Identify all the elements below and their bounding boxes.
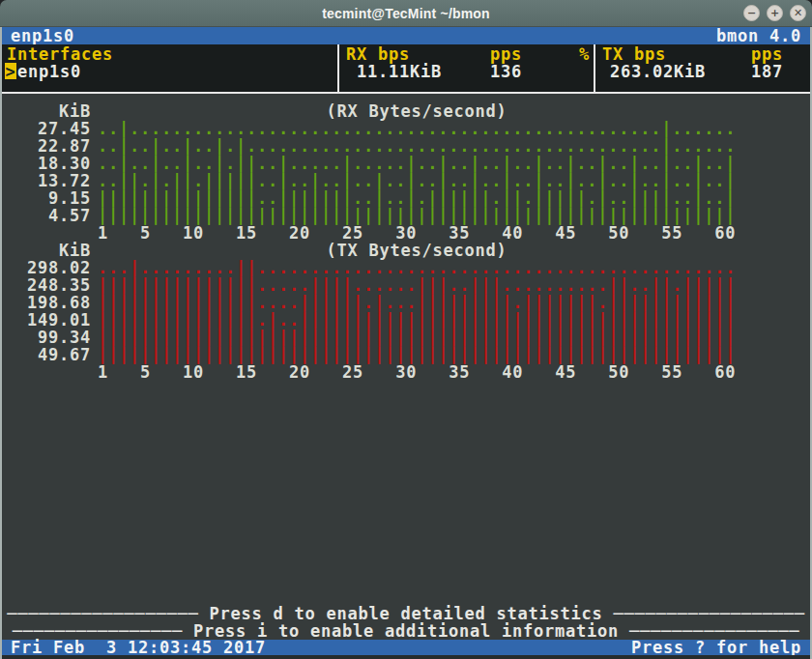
tx-graph-row: 99.34|||||||||||||||||||||||||||||||||||… xyxy=(2,329,736,346)
app-version-label: bmon 4.0 xyxy=(716,27,801,44)
terminal-window: tecmint@TecMint ~/bmon − + ✕ enp1s0 bmon… xyxy=(0,0,812,659)
close-button[interactable]: ✕ xyxy=(790,5,806,21)
window-titlebar[interactable]: tecmint@TecMint ~/bmon − + ✕ xyxy=(0,0,812,27)
rx-graph-cells: ||||||||||||||||||||||||||||||||||||||||… xyxy=(98,207,736,224)
tx-graph-cells: ...|.........||.........................… xyxy=(98,259,736,276)
rx-graph-row: 4.57||||||||||||||||||||||||||||||||||||… xyxy=(2,207,736,224)
x-axis-tick-labels: 1 5 10 15 20 25 30 35 40 45 50 55 60 xyxy=(98,363,736,381)
tx-graph-row: 198.68|||||||||||||||....||||||.|...||||… xyxy=(2,294,736,311)
tx-bps-column-header: TX bps xyxy=(602,45,666,63)
minimize-button[interactable]: − xyxy=(743,5,760,21)
terminal-content: enp1s0 bmon 4.0 Interfaces RX bps pps % … xyxy=(0,27,812,659)
y-axis-tick-label: 198.68 xyxy=(2,294,91,311)
column-divider-left xyxy=(337,44,339,92)
tx-graph-cells: ||||||||||||||||||||||||||||||||||||||||… xyxy=(98,329,736,346)
y-axis-tick-label: 27.45 xyxy=(2,120,91,137)
rx-graph-row: 9.15|||||||||||||||..|||||||..|..|.|||||… xyxy=(2,189,736,207)
y-axis-tick-label: 9.15 xyxy=(2,189,91,207)
hint-detailed-statistics: ────────────────── Press d to enable det… xyxy=(2,605,810,622)
rx-graph-cells: ..|..|..|..|.||..|.....|.....|..|..|..|.… xyxy=(98,155,736,172)
interface-name: enp1s0 xyxy=(17,63,81,80)
rx-graph-row: 13.72..||.|.||.|||||..|..|..|..|..|..|..… xyxy=(2,172,736,189)
tx-bps-value: 263.02KiB xyxy=(610,63,706,80)
tx-graph-row: 49.67|||||||||||||||||||||||||||||||||||… xyxy=(2,346,736,363)
tx-graph-row: 248.35|||||||||||||||.....||||......|||.… xyxy=(2,276,736,294)
table-separator-line xyxy=(2,92,810,94)
rx-graph-header: KiB(RX Bytes/second) xyxy=(2,102,736,120)
tx-pps-column-header: pps xyxy=(751,45,783,63)
rx-graph-row: 22.87..|..|..|..|.|.....................… xyxy=(2,137,736,155)
rx-bps-value: 11.11KiB xyxy=(357,63,442,80)
help-hint: Press ? for help xyxy=(631,640,801,655)
rx-pps-value: 136 xyxy=(490,63,522,80)
tx-graph-row: 298.02...|.........||...................… xyxy=(2,259,736,276)
percent-column-header: % xyxy=(579,45,590,63)
tx-x-axis: 1 5 10 15 20 25 30 35 40 45 50 55 60 xyxy=(2,363,736,381)
rx-bps-column-header: RX bps xyxy=(346,45,410,63)
tx-graph-title: (TX Bytes/second) xyxy=(98,242,736,259)
tx-graph-cells: ||||||||||||||||||||||||||||||||||||||||… xyxy=(98,346,736,363)
rx-graph-cells: |||||||||||||||..|||||||..|..|.||||||.||… xyxy=(98,189,736,207)
y-axis-unit-label: KiB xyxy=(2,242,91,259)
column-divider-right xyxy=(594,44,595,92)
rx-graph-cells: ..|.....................................… xyxy=(98,120,736,137)
bottom-border-strip xyxy=(2,655,810,659)
interfaces-column-header: Interfaces xyxy=(7,45,113,63)
window-buttons: − + ✕ xyxy=(743,5,806,21)
rx-graph-cells: ..||.|.||.|||||..|..|..|..|..|..|..|..|.… xyxy=(98,172,736,189)
tx-graph-cells: |||||||||||||||.|..|||||||||||||||||||||… xyxy=(98,311,736,329)
selection-cursor: > xyxy=(5,63,16,79)
y-axis-tick-label: 13.72 xyxy=(2,172,91,189)
bmon-header-bar: enp1s0 bmon 4.0 xyxy=(2,27,810,44)
active-interface-label: enp1s0 xyxy=(11,27,74,44)
rx-graph-cells: ..|..|..|..|.|..........................… xyxy=(98,137,736,155)
y-axis-unit-label: KiB xyxy=(2,102,91,120)
rx-x-axis: 1 5 10 15 20 25 30 35 40 45 50 55 60 xyxy=(2,224,736,242)
x-axis-tick-labels: 1 5 10 15 20 25 30 35 40 45 50 55 60 xyxy=(98,224,736,242)
y-axis-tick-label: 4.57 xyxy=(2,207,91,224)
y-axis-tick-label: 99.34 xyxy=(2,329,91,346)
rx-graph-row: 18.30..|..|..|..|.||..|.....|.....|..|..… xyxy=(2,155,736,172)
tx-graph-header: KiB(TX Bytes/second) xyxy=(2,242,736,259)
rx-pps-column-header: pps xyxy=(490,45,522,63)
y-axis-tick-label: 49.67 xyxy=(2,346,91,363)
y-axis-tick-label: 298.02 xyxy=(2,259,91,276)
y-axis-tick-label: 248.35 xyxy=(2,276,91,294)
status-bar: Fri Feb 3 12:03:45 2017 Press ? for help xyxy=(2,640,810,655)
y-axis-tick-label: 18.30 xyxy=(2,155,91,172)
rx-graph-title: (RX Bytes/second) xyxy=(98,102,736,120)
maximize-button[interactable]: + xyxy=(767,5,783,21)
tx-graph-cells: |||||||||||||||.....||||......|||..|||..… xyxy=(98,276,736,294)
y-axis-tick-label: 149.01 xyxy=(2,311,91,329)
y-axis-tick-label: 22.87 xyxy=(2,137,91,155)
tx-graph-cells: |||||||||||||||....||||||.|...|||||||||.… xyxy=(98,294,736,311)
rx-graph-row: 27.45..|................................… xyxy=(2,120,736,137)
tx-graph-row: 149.01|||||||||||||||.|..|||||||||||||||… xyxy=(2,311,736,329)
status-datetime: Fri Feb 3 12:03:45 2017 xyxy=(11,640,266,655)
tx-pps-value: 187 xyxy=(751,63,783,80)
window-title: tecmint@TecMint ~/bmon xyxy=(322,6,490,21)
